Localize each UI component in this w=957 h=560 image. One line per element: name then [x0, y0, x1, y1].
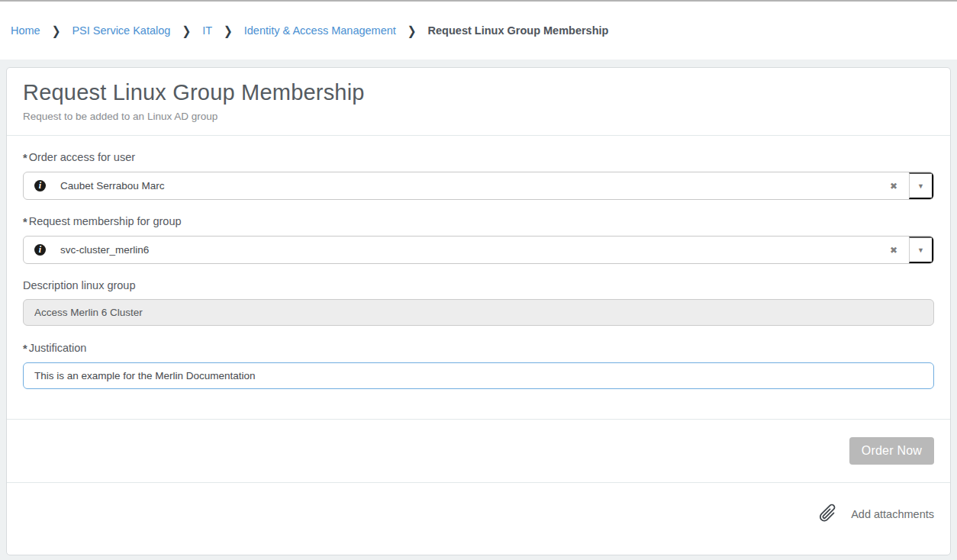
field-justification: *Justification: [23, 342, 934, 389]
order-user-value: Caubet Serrabou Marc: [60, 180, 165, 191]
group-value: svc-cluster_merlin6: [60, 244, 149, 256]
required-asterisk: *: [23, 152, 27, 164]
add-attachments-button[interactable]: Add attachments: [817, 502, 934, 526]
caret-down-icon[interactable]: ▼: [909, 172, 933, 199]
justification-field[interactable]: [23, 362, 934, 389]
paperclip-icon: [811, 498, 843, 530]
action-row: Order Now: [7, 419, 950, 482]
group-label-text: Request membership for group: [29, 215, 182, 227]
breadcrumb: Home ❯ PSI Service Katalog ❯ IT ❯ Identi…: [11, 24, 608, 37]
group-combo-main: i svc-cluster_merlin6: [24, 237, 884, 263]
card-header: Request Linux Group Membership Request t…: [7, 68, 950, 135]
justification-label: *Justification: [23, 342, 934, 355]
caret-down-icon[interactable]: ▼: [909, 237, 933, 263]
description-label-text: Description linux group: [23, 279, 136, 291]
field-request-membership-for-group: *Request membership for group i svc-clus…: [23, 215, 934, 264]
group-label: *Request membership for group: [23, 215, 934, 228]
breadcrumb-psi-service-katalog[interactable]: PSI Service Katalog: [72, 24, 170, 37]
chevron-right-icon: ❯: [182, 24, 191, 37]
form-body: *Order access for user i Caubet Serrabou…: [7, 135, 950, 419]
add-attachments-label: Add attachments: [851, 508, 934, 520]
catalog-item-card: Request Linux Group Membership Request t…: [6, 67, 951, 555]
chevron-right-icon: ❯: [224, 24, 233, 37]
page-subtitle: Request to be added to an Linux AD group: [23, 111, 934, 122]
field-description-linux-group: Description linux group: [23, 279, 934, 326]
attachments-row: Add attachments: [7, 482, 950, 555]
breadcrumb-current-page: Request Linux Group Membership: [428, 24, 609, 37]
breadcrumb-identity-access-management[interactable]: Identity & Access Management: [244, 24, 396, 37]
breadcrumb-it[interactable]: IT: [202, 24, 212, 37]
field-order-access-for-user: *Order access for user i Caubet Serrabou…: [23, 151, 934, 200]
order-user-label: *Order access for user: [23, 151, 934, 164]
description-label: Description linux group: [23, 279, 934, 291]
order-user-label-text: Order access for user: [29, 151, 135, 163]
info-icon[interactable]: i: [34, 244, 46, 256]
info-icon[interactable]: i: [34, 180, 46, 191]
page-title: Request Linux Group Membership: [23, 80, 934, 105]
required-asterisk: *: [23, 343, 27, 355]
order-now-button[interactable]: Order Now: [849, 437, 934, 465]
description-field: [23, 299, 934, 326]
order-user-combo-main: i Caubet Serrabou Marc: [24, 172, 884, 199]
clear-icon[interactable]: ✖: [884, 172, 909, 199]
required-asterisk: *: [23, 216, 27, 228]
breadcrumb-home[interactable]: Home: [11, 24, 40, 37]
order-user-combobox[interactable]: i Caubet Serrabou Marc ✖ ▼: [23, 172, 934, 200]
breadcrumb-bar: Home ❯ PSI Service Katalog ❯ IT ❯ Identi…: [0, 0, 957, 60]
chevron-right-icon: ❯: [408, 24, 417, 37]
clear-icon[interactable]: ✖: [884, 237, 909, 263]
chevron-right-icon: ❯: [52, 24, 61, 37]
justification-label-text: Justification: [29, 342, 87, 354]
group-combobox[interactable]: i svc-cluster_merlin6 ✖ ▼: [23, 236, 934, 264]
